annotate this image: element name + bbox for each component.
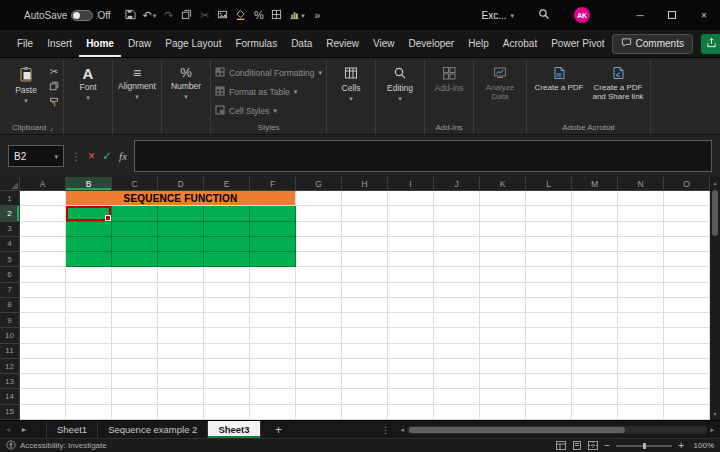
cell-D6[interactable]: [158, 267, 204, 282]
row-header-13[interactable]: 13: [0, 374, 20, 389]
cell-D7[interactable]: [158, 283, 204, 298]
autosave-control[interactable]: AutoSave Off: [24, 10, 111, 21]
cell-K5[interactable]: [480, 252, 526, 267]
cell-F7[interactable]: [250, 283, 296, 298]
percent-style-button[interactable]: %: [251, 5, 266, 25]
scroll-right-icon[interactable]: ▸: [710, 426, 714, 434]
tab-file[interactable]: File: [10, 30, 40, 57]
cell-F11[interactable]: [250, 344, 296, 359]
cell-K8[interactable]: [480, 298, 526, 313]
cell-C13[interactable]: [112, 374, 158, 389]
cell-B4[interactable]: [66, 237, 112, 252]
tab-insert[interactable]: Insert: [40, 30, 79, 57]
cell-G11[interactable]: [296, 344, 342, 359]
create-pdf-button[interactable]: Create a PDF: [531, 61, 587, 93]
cell-E13[interactable]: [204, 374, 250, 389]
scroll-up-icon[interactable]: ▴: [713, 179, 716, 187]
cell-B7[interactable]: [66, 283, 112, 298]
cell-B14[interactable]: [66, 389, 112, 404]
cell-M1[interactable]: [572, 191, 618, 206]
cell-H3[interactable]: [342, 222, 388, 237]
column-header-C[interactable]: C: [112, 177, 158, 191]
cell-G4[interactable]: [296, 237, 342, 252]
cell-N14[interactable]: [618, 389, 664, 404]
cell-B13[interactable]: [66, 374, 112, 389]
cell-B8[interactable]: [66, 298, 112, 313]
cell-O8[interactable]: [664, 298, 710, 313]
cell-O4[interactable]: [664, 237, 710, 252]
cell-J2[interactable]: [434, 206, 480, 221]
enter-button[interactable]: ✓: [102, 150, 112, 162]
conditional-formatting-button[interactable]: Conditional Formatting ▾: [215, 63, 322, 82]
cell-J7[interactable]: [434, 283, 480, 298]
cell-D14[interactable]: [158, 389, 204, 404]
row-header-3[interactable]: 3: [0, 222, 20, 237]
cancel-button[interactable]: ×: [88, 150, 95, 162]
cut-button-ribbon[interactable]: ✂: [50, 66, 58, 77]
horizontal-scrollbar-track[interactable]: [407, 426, 707, 434]
cell-A11[interactable]: [20, 344, 66, 359]
column-header-M[interactable]: M: [572, 177, 618, 191]
cell-O9[interactable]: [664, 313, 710, 328]
row-header-8[interactable]: 8: [0, 298, 20, 313]
cell-E7[interactable]: [204, 283, 250, 298]
row-header-9[interactable]: 9: [0, 313, 20, 328]
cell-C3[interactable]: [112, 222, 158, 237]
cell-G8[interactable]: [296, 298, 342, 313]
cell-F4[interactable]: [250, 237, 296, 252]
cell-E11[interactable]: [204, 344, 250, 359]
cell-E6[interactable]: [204, 267, 250, 282]
cell-O13[interactable]: [664, 374, 710, 389]
cell-H5[interactable]: [342, 252, 388, 267]
cell-N5[interactable]: [618, 252, 664, 267]
cell-I15[interactable]: [388, 405, 434, 420]
cell-E9[interactable]: [204, 313, 250, 328]
column-header-D[interactable]: D: [158, 177, 204, 191]
cell-A14[interactable]: [20, 389, 66, 404]
column-header-O[interactable]: O: [664, 177, 710, 191]
cell-F8[interactable]: [250, 298, 296, 313]
cell-N13[interactable]: [618, 374, 664, 389]
cell-O11[interactable]: [664, 344, 710, 359]
close-button[interactable]: ×: [688, 0, 720, 30]
formula-bar-handle-icon[interactable]: ⋮: [71, 151, 81, 162]
cell-K7[interactable]: [480, 283, 526, 298]
cell-K15[interactable]: [480, 405, 526, 420]
save-button[interactable]: [123, 5, 138, 25]
cell-J14[interactable]: [434, 389, 480, 404]
autosave-toggle-switch[interactable]: [71, 10, 93, 21]
tab-review[interactable]: Review: [319, 30, 366, 57]
cell-G6[interactable]: [296, 267, 342, 282]
cell-C7[interactable]: [112, 283, 158, 298]
cell-I6[interactable]: [388, 267, 434, 282]
tab-home[interactable]: Home: [79, 30, 121, 57]
copy-button-ribbon[interactable]: [49, 81, 59, 93]
cell-K1[interactable]: [480, 191, 526, 206]
cell-J9[interactable]: [434, 313, 480, 328]
cell-D13[interactable]: [158, 374, 204, 389]
cell-G9[interactable]: [296, 313, 342, 328]
cell-L12[interactable]: [526, 359, 572, 374]
cell-E5[interactable]: [204, 252, 250, 267]
cell-K4[interactable]: [480, 237, 526, 252]
cell-K11[interactable]: [480, 344, 526, 359]
column-header-L[interactable]: L: [526, 177, 572, 191]
insert-function-button[interactable]: fx: [119, 151, 127, 162]
redo-button[interactable]: ↷: [161, 5, 176, 25]
insert-chart-button[interactable]: ▾: [287, 5, 307, 25]
cell-H9[interactable]: [342, 313, 388, 328]
cell-L10[interactable]: [526, 328, 572, 343]
cell-B6[interactable]: [66, 267, 112, 282]
search-button[interactable]: [538, 8, 550, 22]
cell-H10[interactable]: [342, 328, 388, 343]
cell-F5[interactable]: [250, 252, 296, 267]
cell-K14[interactable]: [480, 389, 526, 404]
cell-O1[interactable]: [664, 191, 710, 206]
cell-F2[interactable]: [250, 206, 296, 221]
cut-button[interactable]: ✂: [197, 5, 212, 25]
cell-J10[interactable]: [434, 328, 480, 343]
cell-G1[interactable]: [296, 191, 342, 206]
cell-E14[interactable]: [204, 389, 250, 404]
analyze-data-button[interactable]: Analyze Data: [478, 61, 522, 102]
cell-J15[interactable]: [434, 405, 480, 420]
